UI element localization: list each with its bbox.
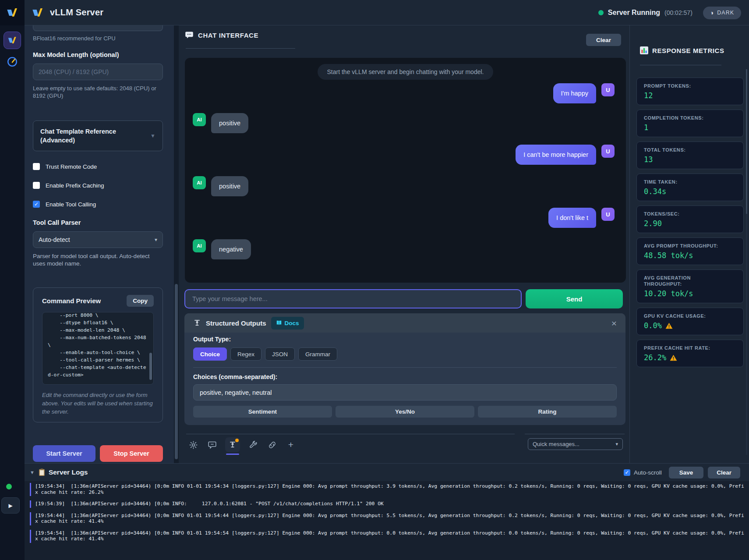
send-button[interactable]: Send [526, 289, 623, 308]
settings-scrollbar-thumb[interactable] [175, 284, 178, 459]
autoscroll-toggle[interactable]: ✓ Auto-scroll [624, 469, 662, 476]
warning-icon [665, 323, 673, 329]
metric-avg-prompt-throughput: AVG PROMPT THROUGHPUT: 48.58 tok/s [636, 237, 744, 265]
chat-settings-icon[interactable] [206, 439, 218, 450]
metric-label: TOTAL TOKENS: [644, 147, 721, 153]
command-preview-card: Command Preview Copy --port 8000 \ --dty… [33, 287, 163, 422]
checkbox-checked[interactable]: ✓ [624, 469, 630, 476]
toolbar-divider [186, 434, 515, 434]
link-icon[interactable] [266, 439, 278, 450]
chat-clear-button[interactable]: Clear [586, 34, 621, 46]
structured-outputs-toggle[interactable] [225, 437, 240, 452]
log-entry: [19:54:34] [1;36m(APIServer pid=34464) [… [30, 483, 746, 496]
active-badge-dot [235, 439, 239, 442]
metric-completion-tokens: COMPLETION TOKENS: 1 [636, 110, 744, 137]
user-avatar: U [601, 83, 615, 96]
metric-label: COMPLETION TOKENS: [644, 115, 721, 121]
collapse-triangle-icon[interactable]: ▼ [30, 470, 35, 475]
chevron-down-icon: ▾ [615, 441, 618, 447]
chat-interface-title: CHAT INTERFACE [198, 32, 258, 39]
rail-item-vllm-active[interactable] [4, 32, 21, 49]
max-model-length-input[interactable] [33, 64, 163, 80]
output-type-regex[interactable]: Regex [230, 347, 261, 361]
output-type-choice[interactable]: Choice [193, 347, 227, 361]
start-server-button[interactable]: Start Server [33, 445, 95, 462]
ai-bubble: positive [211, 176, 248, 196]
metrics-scrollbar-thumb[interactable] [746, 69, 747, 214]
metric-label: AVG GENERATION THROUGHPUT: [644, 275, 721, 287]
output-type-grammar[interactable]: Grammar [298, 347, 337, 361]
status-uptime: (00:02:57) [664, 9, 692, 16]
metric-label: AVG PROMPT THROUGHPUT: [644, 243, 721, 249]
vllm-logo-icon [7, 35, 17, 45]
message-input[interactable] [184, 289, 522, 308]
copy-button[interactable]: Copy [127, 295, 154, 307]
metric-value: 12 [644, 91, 736, 100]
autoscroll-label: Auto-scroll [634, 469, 662, 476]
clipboard-icon [39, 468, 45, 476]
output-type-label: Output Type: [193, 336, 617, 343]
expand-panel-button[interactable]: ▶ [1, 497, 20, 514]
ai-bubble: positive [211, 113, 248, 133]
server-logs-output[interactable]: [19:54:34] [1;36m(APIServer pid=34464) [… [25, 481, 749, 560]
code-scrollbar-thumb[interactable] [149, 353, 152, 380]
log-entry: [19:54:44] [1;36m(APIServer pid=34464) [… [30, 512, 746, 525]
command-preview-title: Command Preview [42, 297, 101, 305]
wrench-icon[interactable] [247, 439, 259, 450]
settings-scrollbar[interactable] [174, 25, 179, 463]
divider [193, 367, 617, 368]
tool-call-parser-select[interactable]: Auto-detect ▾ [33, 231, 163, 248]
header-divider [186, 48, 295, 49]
metric-label: TIME TAKEN: [644, 179, 721, 185]
choices-input[interactable] [193, 384, 617, 401]
rail-logo-tile [0, 0, 25, 25]
preset-rating-button[interactable]: Rating [478, 406, 617, 418]
theme-toggle-button[interactable]: ◑ DARK [703, 7, 741, 19]
checkbox-trust-remote-code[interactable]: Trust Remote Code [33, 163, 163, 170]
server-logs-panel: ▼ Server Logs ✓ Auto-scroll Save Clear [… [25, 463, 749, 560]
dtype-note: BFloat16 recommended for CPU [33, 35, 163, 42]
max-model-length-label: Max Model Length (optional) [33, 51, 163, 58]
quick-messages-select[interactable]: Quick messages... ▾ [528, 438, 623, 450]
chat-template-reference-toggle[interactable]: Chat Template Reference (Advanced) ▼ [33, 121, 163, 151]
structured-outputs-icon [229, 441, 237, 449]
metric-prefix-cache-hit-rate: PREFIX CACHE HIT RATE: 26.2% [636, 340, 744, 367]
checkbox-enable-tool-calling[interactable]: ✓ Enable Tool Calling [33, 201, 163, 208]
output-type-json[interactable]: JSON [265, 347, 295, 361]
dtype-select-clipped[interactable] [33, 25, 163, 31]
max-model-length-help: Leave empty to use safe defaults: 2048 (… [33, 85, 163, 99]
settings-gear-icon[interactable] [187, 439, 199, 450]
checkbox-enable-prefix-caching[interactable]: Enable Prefix Caching [33, 182, 163, 189]
command-preview-code[interactable]: --port 8000 \ --dtype bfloat16 \ --max-m… [42, 312, 154, 385]
structured-outputs-panel: Structured Outputs Docs × Output Type: C… [184, 313, 625, 425]
chat-toolbar: + [187, 437, 297, 452]
metric-label: GPU KV CACHE USAGE: [644, 313, 721, 319]
status-label: Server Running [608, 9, 660, 17]
stop-server-button[interactable]: Stop Server [100, 445, 163, 462]
user-bubble: I'm happy [553, 83, 596, 103]
ai-bubble: negative [211, 239, 251, 259]
user-avatar: U [601, 145, 615, 158]
metric-label: PREFIX CACHE HIT RATE: [644, 345, 721, 351]
add-icon[interactable]: + [285, 439, 297, 450]
tool-call-parser-help: Parser for model tool call output. Auto-… [33, 252, 163, 267]
chat-template-reference-label: Chat Template Reference (Advanced) [40, 127, 134, 145]
tool-call-parser-label: Tool Call Parser [33, 219, 163, 226]
top-bar: vLLM Server Server Running (00:02:57) ◑ … [25, 0, 749, 25]
book-icon [276, 320, 282, 326]
checkbox-unchecked[interactable] [33, 163, 40, 170]
preset-sentiment-button[interactable]: Sentiment [193, 406, 332, 418]
close-icon[interactable]: × [611, 319, 617, 328]
app-title: vLLM Server [50, 7, 103, 18]
logs-save-button[interactable]: Save [669, 467, 704, 478]
checkbox-label: Enable Prefix Caching [46, 182, 104, 189]
metric-value: 26.2% [644, 353, 736, 362]
checkbox-checked[interactable]: ✓ [33, 201, 40, 208]
rail-item-metrics[interactable] [7, 56, 18, 67]
metric-total-tokens: TOTAL TOKENS: 13 [636, 142, 744, 169]
metric-value: 48.58 tok/s [644, 251, 736, 260]
logs-clear-button[interactable]: Clear [708, 467, 740, 478]
preset-yesno-button[interactable]: Yes/No [336, 406, 474, 418]
checkbox-unchecked[interactable] [33, 182, 40, 189]
docs-link[interactable]: Docs [271, 317, 304, 330]
